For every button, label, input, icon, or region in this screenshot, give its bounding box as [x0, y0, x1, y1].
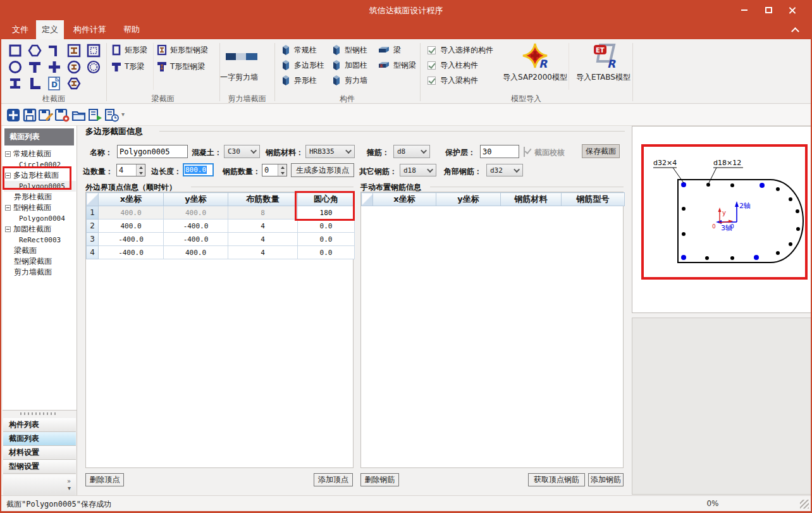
col-header-material[interactable]: 钢筋材料 — [501, 193, 562, 206]
cell-angle[interactable]: 0.0 — [298, 233, 355, 246]
maximize-button[interactable] — [760, 4, 777, 16]
toolbar-overflow-icon[interactable]: ▾ — [121, 111, 125, 118]
open-file-icon[interactable] — [71, 107, 87, 123]
col-header-central-angle[interactable]: 圆心角 — [298, 193, 355, 206]
cell-count[interactable]: 4 — [228, 246, 298, 259]
spin-up-icon[interactable] — [278, 164, 286, 170]
add-vertex-button[interactable]: 添加顶点 — [314, 473, 353, 486]
minimize-button[interactable] — [736, 4, 753, 16]
import-etabs-button[interactable]: ET R 导入ETABS模型 — [570, 42, 636, 89]
splitter-grip[interactable] — [20, 412, 58, 415]
nav-material-settings[interactable]: 材料设置 — [3, 446, 76, 460]
import-columns-checkbox[interactable]: 导入柱构件 — [428, 59, 478, 71]
tab-file[interactable]: 文件 — [5, 20, 35, 39]
strengthen-column-button[interactable]: 加固柱 — [331, 58, 367, 72]
rect-steel-beam-button[interactable]: 矩形型钢梁 — [157, 43, 208, 57]
col-header-rebar-count[interactable]: 布筋数量 — [228, 193, 298, 206]
tree-item-polygon0005[interactable]: Polygon0005 — [4, 181, 76, 192]
spin-up-icon[interactable] — [137, 164, 145, 170]
col-header-type[interactable]: 钢筋型号 — [562, 193, 625, 206]
circle-steel-section-icon[interactable] — [65, 59, 83, 75]
steel-beam-member-button[interactable]: 型钢梁 — [378, 58, 416, 72]
tree-item-polygon0004[interactable]: Polygon0004 — [4, 213, 76, 224]
edge-count-stepper[interactable]: 4 — [116, 164, 145, 176]
cell-x[interactable]: 400.0 — [99, 206, 164, 219]
special-column-button[interactable]: 异形柱 — [281, 73, 317, 87]
save-icon[interactable] — [22, 107, 37, 123]
cover-input[interactable] — [480, 145, 519, 158]
cell-angle[interactable]: 0.0 — [298, 246, 355, 259]
row-header[interactable]: 1 — [87, 206, 99, 219]
rect-beam-button[interactable]: 矩形梁 — [111, 43, 147, 57]
cell-x[interactable]: -400.0 — [99, 246, 164, 259]
other-rebar-select[interactable]: d18 — [400, 164, 436, 176]
tree-item-special-column[interactable]: 异形柱截面 — [4, 192, 76, 202]
tree-item-regular-column[interactable]: 常规柱截面 — [4, 149, 76, 159]
tree-item-circle0002[interactable]: Circle0002 — [4, 159, 76, 170]
corner-rebar-select[interactable]: d32 — [486, 164, 523, 176]
col-header-x[interactable]: x坐标 — [373, 193, 436, 206]
beam-member-button[interactable]: 梁 — [378, 43, 401, 57]
cell-angle[interactable]: 180 — [298, 206, 355, 219]
edge-length-input[interactable]: 800.0 — [183, 163, 214, 176]
nav-steel-settings[interactable]: 型钢设置 — [3, 460, 76, 474]
tab-define[interactable]: 定义 — [36, 20, 64, 39]
collapse-ribbon-icon[interactable] — [792, 27, 798, 32]
table-row[interactable]: 4 -400.0 400.0 4 0.0 — [87, 246, 355, 259]
col-header-y[interactable]: y坐标 — [436, 193, 501, 206]
row-header[interactable]: 2 — [87, 219, 99, 233]
row-header[interactable]: 3 — [87, 233, 99, 246]
collapse-icon[interactable] — [5, 173, 11, 178]
hex-steel-section-icon[interactable] — [65, 75, 83, 92]
save-as-icon[interactable] — [38, 107, 54, 123]
cell-count[interactable]: 4 — [228, 233, 298, 246]
box-steel-section-icon[interactable] — [65, 42, 83, 59]
list-schedule-icon[interactable] — [104, 107, 120, 123]
table-row[interactable]: 3 -400.0 -400.0 4 0.0 — [87, 233, 355, 246]
dxf-import-section-icon[interactable]: D — [46, 75, 63, 92]
nav-overflow[interactable]: » ▾ — [3, 475, 76, 495]
rebar-count-stepper[interactable]: 0 — [262, 164, 287, 176]
collapse-icon[interactable] — [5, 205, 11, 211]
cell-x[interactable]: 400.0 — [99, 219, 164, 233]
regular-column-button[interactable]: 常规柱 — [281, 43, 317, 57]
tab-help[interactable]: 帮助 — [116, 20, 147, 39]
section-check-checkbox[interactable] — [524, 147, 525, 157]
stirrup-select[interactable]: d8 — [393, 145, 430, 158]
l-column-section-icon[interactable] — [26, 75, 44, 92]
tree-item-steel-beam-section[interactable]: 型钢梁截面 — [4, 256, 76, 267]
close-button[interactable] — [784, 4, 801, 16]
rect-column-section-icon[interactable] — [6, 42, 24, 59]
spin-down-icon[interactable] — [137, 170, 145, 176]
t-beam-button[interactable]: T形梁 — [111, 59, 144, 73]
cell-y[interactable]: -400.0 — [164, 219, 228, 233]
add-section-icon[interactable] — [5, 107, 21, 123]
cell-y[interactable]: 400.0 — [164, 206, 228, 219]
table-corner-cell[interactable] — [87, 193, 99, 206]
resize-grip[interactable] — [800, 500, 809, 509]
delete-rebar-button[interactable]: 删除钢筋 — [360, 473, 399, 486]
tree-item-beam-section[interactable]: 梁截面 — [4, 245, 76, 256]
cell-count[interactable]: 8 — [228, 206, 298, 219]
step-column-section-icon[interactable] — [46, 42, 63, 59]
table-corner-cell[interactable] — [362, 193, 373, 206]
col-header-x[interactable]: x坐标 — [99, 193, 164, 206]
collapse-icon[interactable] — [5, 151, 11, 157]
t-steel-beam-button[interactable]: T形型钢梁 — [157, 59, 205, 73]
save-section-button[interactable]: 保存截面 — [582, 144, 620, 158]
tree-item-polygon-column[interactable]: 多边形柱截面 — [4, 170, 76, 181]
cross-column-section-icon[interactable] — [46, 59, 63, 75]
col-header-y[interactable]: y坐标 — [164, 193, 228, 206]
nav-member-list[interactable]: 构件列表 — [3, 418, 76, 432]
steel-column-button[interactable]: 型钢柱 — [331, 43, 367, 57]
tab-member-calc[interactable]: 构件计算 — [67, 20, 113, 39]
dotted-box-section-icon[interactable] — [85, 42, 102, 59]
t-column-section-icon[interactable] — [26, 59, 44, 75]
cell-angle[interactable]: 0.0 — [298, 219, 355, 233]
pipe-section-icon[interactable] — [85, 59, 102, 75]
tree-item-steel-column[interactable]: 型钢柱截面 — [4, 202, 76, 213]
wall-button[interactable]: 一字剪力墙 — [220, 72, 258, 83]
nav-section-list[interactable]: 截面列表 — [3, 432, 76, 446]
table-row[interactable]: 2 400.0 -400.0 4 0.0 — [87, 219, 355, 233]
shear-wall-button[interactable]: 剪力墙 — [331, 73, 367, 87]
